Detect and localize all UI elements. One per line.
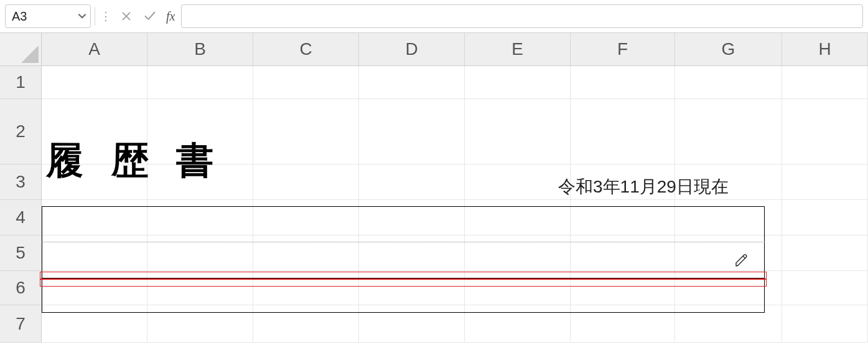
cell-H7[interactable] [782,305,868,343]
cell-D4[interactable] [359,200,465,236]
cell-D2[interactable] [359,99,465,164]
col-header-F[interactable]: F [571,33,675,65]
cell-G2[interactable] [675,99,782,164]
accept-button[interactable] [140,6,160,26]
row-5: 5 [0,236,868,271]
row-header-7[interactable]: 7 [0,305,42,343]
cell-E3[interactable] [465,164,571,200]
cell-A5[interactable] [42,236,147,271]
cell-G1[interactable] [675,66,782,99]
cell-B7[interactable] [147,305,253,343]
col-header-C[interactable]: C [253,33,359,65]
name-box-value: A3 [12,9,27,24]
cell-A1[interactable] [42,66,147,99]
cell-C4[interactable] [253,200,359,236]
formula-bar: A3 ⋮ fx [0,0,868,33]
cell-B6[interactable] [147,271,253,305]
cell-E2[interactable] [465,99,571,164]
cell-B4[interactable] [147,200,253,236]
cell-F5[interactable] [571,236,675,271]
cell-C7[interactable] [253,305,359,343]
col-header-H[interactable]: H [782,33,868,65]
date-stamp: 令和3年11月29日現在 [558,175,729,199]
cell-G5[interactable] [675,236,782,271]
row-header-5[interactable]: 5 [0,236,42,271]
chevron-down-icon [78,9,86,24]
more-dots-icon[interactable]: ⋮ [99,11,113,22]
select-all-corner[interactable] [0,33,42,66]
row-header-2[interactable]: 2 [0,99,42,164]
cell-D5[interactable] [359,236,465,271]
cell-H4[interactable] [782,200,868,236]
separator [95,7,95,26]
resume-title: 履 歴 書 [46,136,222,186]
column-headers: A B C D E F G H [0,33,868,66]
cell-E1[interactable] [465,66,571,99]
row-6: 6 [0,271,868,305]
cell-H3[interactable] [782,164,868,200]
cell-E5[interactable] [465,236,571,271]
cell-G7[interactable] [675,305,782,343]
col-header-G[interactable]: G [675,33,782,65]
cell-H5[interactable] [782,236,868,271]
cell-E7[interactable] [465,305,571,343]
row-7: 7 [0,305,868,343]
cell-B1[interactable] [147,66,253,99]
name-box[interactable]: A3 [5,4,91,28]
cell-A6[interactable] [42,271,147,305]
cell-F7[interactable] [571,305,675,343]
col-header-E[interactable]: E [465,33,571,65]
cell-F2[interactable] [571,99,675,164]
spreadsheet-grid[interactable]: A B C D E F G H 1 2 3 [0,33,868,357]
cell-D7[interactable] [359,305,465,343]
cell-C3[interactable] [253,164,359,200]
cell-C2[interactable] [253,99,359,164]
cell-C1[interactable] [253,66,359,99]
cell-F4[interactable] [571,200,675,236]
col-header-A[interactable]: A [42,33,147,65]
cell-H6[interactable] [782,271,868,305]
col-header-D[interactable]: D [359,33,465,65]
row-header-3[interactable]: 3 [0,164,42,200]
cell-A4[interactable] [42,200,147,236]
cell-F1[interactable] [571,66,675,99]
row-header-1[interactable]: 1 [0,66,42,99]
cell-A7[interactable] [42,305,147,343]
row-4: 4 [0,200,868,236]
cell-D3[interactable] [359,164,465,200]
cancel-button[interactable] [116,6,136,26]
row-1: 1 [0,66,868,99]
cell-E6[interactable] [465,271,571,305]
cell-D6[interactable] [359,271,465,305]
col-header-B[interactable]: B [147,33,253,65]
cell-E4[interactable] [465,200,571,236]
cell-H2[interactable] [782,99,868,164]
cell-D1[interactable] [359,66,465,99]
cell-G4[interactable] [675,200,782,236]
cell-B5[interactable] [147,236,253,271]
cell-G6[interactable] [675,271,782,305]
row-header-6[interactable]: 6 [0,271,42,305]
row-header-4[interactable]: 4 [0,200,42,236]
cell-C6[interactable] [253,271,359,305]
cell-F6[interactable] [571,271,675,305]
fx-icon[interactable]: fx [164,9,177,24]
cell-C5[interactable] [253,236,359,271]
cell-H1[interactable] [782,66,868,99]
formula-input[interactable] [181,4,863,28]
